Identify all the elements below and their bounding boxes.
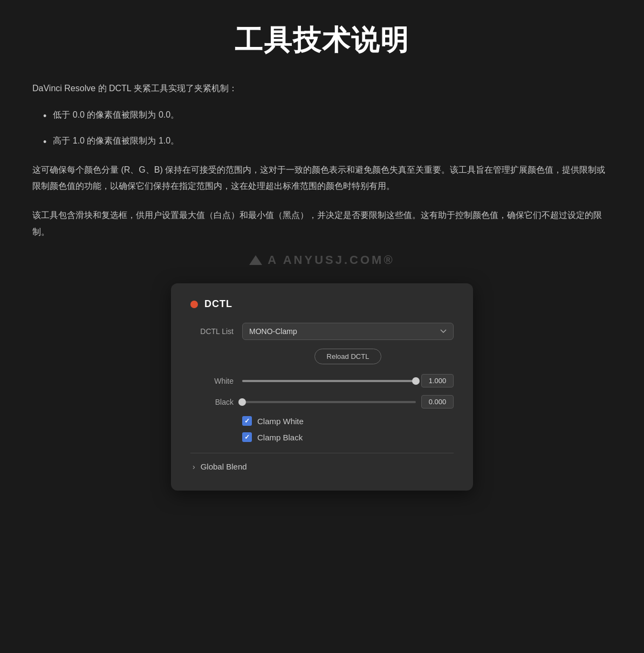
body-text-1: 这可确保每个颜色分量 (R、G、B) 保持在可接受的范围内，这对于一致的颜色表示… (32, 162, 612, 195)
clamp-white-row: ✓ Clamp White (190, 416, 454, 426)
dctl-panel: DCTL DCTL List MONO-Clamp Reload DCTL Wh… (171, 283, 473, 491)
global-blend-label: Global Blend (201, 462, 247, 471)
panel-header: DCTL (190, 298, 454, 310)
black-slider-thumb[interactable] (238, 398, 246, 406)
panel-container: DCTL DCTL List MONO-Clamp Reload DCTL Wh… (32, 283, 612, 491)
clamp-white-check-icon: ✓ (244, 417, 250, 425)
black-label: Black (190, 398, 234, 406)
body-text-2: 该工具包含滑块和复选框，供用户设置最大值（白点）和最小值（黑点），并决定是否要限… (32, 207, 612, 240)
clamp-black-checkbox[interactable]: ✓ (242, 432, 252, 442)
red-dot-icon (190, 301, 198, 308)
bullet-item-2: 高于 1.0 的像素值被限制为 1.0。 (43, 133, 612, 151)
watermark-text: A ANYUSJ.COM® (268, 253, 394, 267)
white-slider-thumb[interactable] (412, 377, 420, 385)
chevron-right-icon: › (193, 462, 195, 471)
clamp-black-label: Clamp Black (257, 433, 303, 442)
clamp-black-check-icon: ✓ (244, 433, 250, 441)
bullet-list: 低于 0.0 的像素值被限制为 0.0。 高于 1.0 的像素值被限制为 1.0… (43, 107, 612, 151)
page-title: 工具技术说明 (32, 22, 612, 59)
panel-divider (190, 453, 454, 453)
reload-btn-row: Reload DCTL (190, 349, 454, 364)
reload-dctl-button[interactable]: Reload DCTL (314, 349, 382, 364)
dctl-list-select[interactable]: MONO-Clamp (242, 323, 454, 340)
bullet-item-1: 低于 0.0 的像素值被限制为 0.0。 (43, 107, 612, 125)
dctl-list-row: DCTL List MONO-Clamp (190, 323, 454, 340)
clamp-black-row: ✓ Clamp Black (190, 432, 454, 442)
dctl-list-label: DCTL List (190, 327, 234, 336)
black-slider-row: Black 0.000 (190, 395, 454, 409)
white-slider-value[interactable]: 1.000 (421, 374, 454, 387)
clamp-white-checkbox[interactable]: ✓ (242, 416, 252, 426)
black-slider-track[interactable] (242, 401, 416, 403)
white-label: White (190, 377, 234, 385)
global-blend-row[interactable]: › Global Blend (190, 462, 454, 471)
panel-title: DCTL (204, 298, 232, 310)
watermark: A ANYUSJ.COM® (32, 253, 612, 267)
black-slider-value[interactable]: 0.000 (421, 395, 454, 409)
watermark-triangle-icon (249, 255, 262, 265)
white-slider-row: White 1.000 (190, 374, 454, 387)
white-slider-fill (242, 380, 416, 382)
clamp-white-label: Clamp White (257, 417, 304, 426)
intro-text: DaVinci Resolve 的 DCTL 夹紧工具实现了夹紧机制： (32, 81, 612, 97)
white-slider-track[interactable] (242, 380, 416, 382)
